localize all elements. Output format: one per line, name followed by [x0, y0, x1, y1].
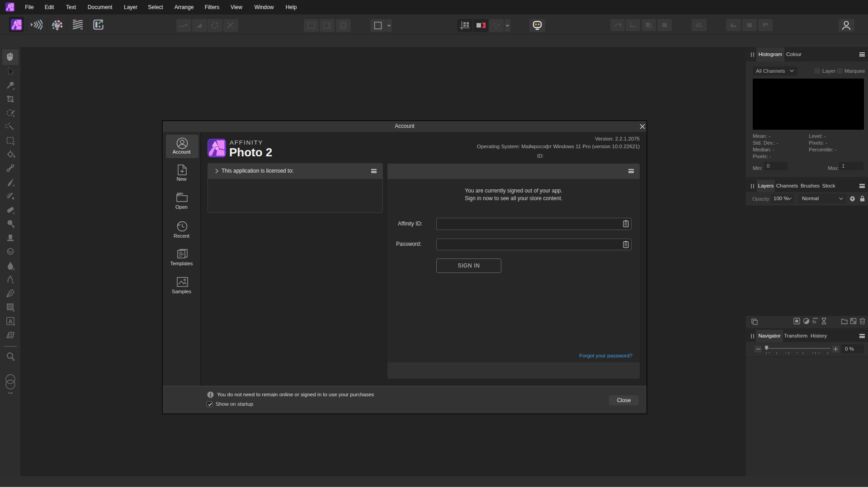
svg-text:fx: fx	[812, 319, 816, 324]
svg-text:A: A	[9, 318, 13, 325]
